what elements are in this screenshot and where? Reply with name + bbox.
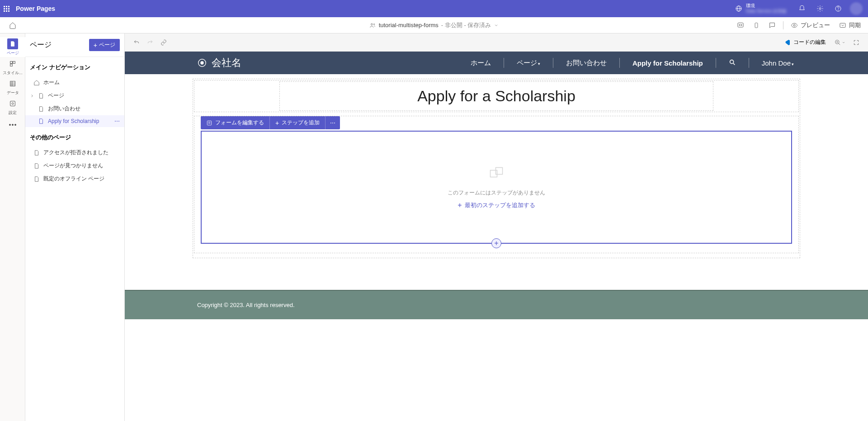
nav-pages[interactable]: ページ▾: [515, 59, 542, 67]
logo-icon: [197, 58, 207, 68]
rail-style[interactable]: スタイル...: [0, 57, 25, 77]
link-button[interactable]: [157, 36, 170, 49]
redo-button[interactable]: [144, 36, 156, 49]
svg-rect-13: [840, 23, 845, 27]
form-empty-text: このフォームにはステップがありません: [448, 189, 545, 197]
help-button[interactable]: [830, 0, 846, 17]
private-icon: [370, 22, 376, 28]
notifications-button[interactable]: [794, 0, 810, 17]
page-heading: Apply for a Scholarship: [285, 87, 708, 105]
add-first-step-link[interactable]: + 最初のステップを追加する: [458, 201, 535, 209]
svg-point-7: [373, 24, 374, 24]
other-pages-section-title: その他のページ: [25, 127, 124, 146]
site-footer: Copyright © 2023. All rights reserved.: [125, 290, 868, 319]
svg-point-32: [730, 60, 733, 63]
vscode-icon: [783, 39, 791, 46]
add-section-button[interactable]: +: [491, 238, 501, 248]
svg-point-3: [819, 8, 821, 9]
panel-title: ページ: [30, 40, 52, 50]
tree-item-access-denied[interactable]: アクセスが拒否されました: [25, 146, 124, 159]
undo-button[interactable]: [130, 36, 143, 49]
rail-more[interactable]: [0, 117, 25, 133]
nav-home[interactable]: ホーム: [469, 59, 493, 67]
add-page-button[interactable]: + ページ: [89, 39, 120, 51]
device-button[interactable]: [750, 20, 763, 31]
env-label: 環境: [746, 3, 787, 9]
main-nav-section-title: メイン ナビゲーション: [25, 57, 124, 76]
site-name: tutorial-multistep-forms: [379, 22, 439, 28]
tree-item-not-found[interactable]: ページが見つかりません: [25, 159, 124, 172]
multistep-form-placeholder: このフォームにはステップがありません + 最初のステップを追加する +: [201, 131, 792, 244]
nav-search[interactable]: [727, 59, 738, 67]
rail-data[interactable]: データ: [0, 77, 25, 97]
more-icon: [9, 124, 16, 126]
tree-item-apply[interactable]: Apply for Scholarship ⋯: [25, 115, 124, 127]
zoom-button[interactable]: [833, 38, 847, 47]
svg-point-10: [741, 24, 742, 25]
add-step-button[interactable]: + ステップを追加: [270, 116, 326, 129]
tree-item-contact[interactable]: お問い合わせ: [25, 102, 124, 115]
preview-button[interactable]: プレビュー: [787, 19, 834, 31]
svg-point-24: [12, 124, 14, 126]
tree-item-offline[interactable]: 既定のオフライン ページ: [25, 172, 124, 185]
chevron-right-icon: [30, 94, 34, 98]
globe-icon: [735, 5, 742, 12]
environment-block[interactable]: 環境 Data Service 試用版: [730, 3, 792, 14]
form-more-button[interactable]: ⋯: [326, 116, 340, 129]
tree-item-pages[interactable]: ページ: [25, 89, 124, 102]
svg-point-6: [371, 23, 373, 24]
page-icon: [38, 93, 44, 99]
svg-point-5: [838, 10, 839, 10]
site-nav: 会社名 ホーム ページ▾ お問い合わせ Apply for Scholarshi…: [125, 52, 868, 74]
svg-rect-16: [10, 64, 13, 66]
nav-contact[interactable]: お問い合わせ: [564, 59, 609, 67]
nav-user[interactable]: John Doe▾: [760, 59, 796, 67]
site-logo[interactable]: 会社名: [197, 56, 241, 70]
site-status: - 非公開 - 保存済み: [441, 21, 491, 29]
settings-button[interactable]: [812, 0, 828, 17]
style-icon: [9, 60, 16, 67]
svg-point-9: [739, 24, 740, 25]
svg-rect-15: [13, 61, 15, 63]
chevron-down-icon[interactable]: [494, 23, 498, 28]
rail-pages[interactable]: ページ: [0, 37, 25, 57]
svg-rect-8: [738, 23, 743, 27]
home-button[interactable]: [4, 22, 22, 29]
svg-rect-14: [10, 61, 13, 63]
rail-settings[interactable]: 設定: [0, 97, 25, 117]
search-icon: [729, 59, 736, 66]
svg-point-12: [793, 24, 795, 26]
sync-button[interactable]: 同期: [835, 19, 864, 31]
page-icon: [33, 176, 40, 182]
page-icon: [38, 106, 44, 112]
svg-rect-21: [10, 101, 15, 106]
settings-icon: [9, 100, 16, 107]
page-icon: [9, 41, 16, 47]
svg-line-27: [839, 43, 840, 45]
svg-rect-11: [755, 23, 758, 28]
app-title: Power Pages: [16, 5, 55, 12]
data-icon: [9, 80, 16, 87]
page-icon: [33, 150, 40, 156]
app-launcher-icon[interactable]: [4, 6, 9, 12]
empty-form-icon: [488, 166, 505, 184]
edit-code-button[interactable]: コードの編集: [779, 36, 830, 48]
env-name: Data Service 試用版: [746, 9, 787, 14]
svg-point-23: [9, 124, 11, 126]
svg-point-25: [15, 124, 16, 126]
item-more-button[interactable]: ⋯: [114, 118, 120, 124]
edit-form-button[interactable]: フォームを編集する: [201, 116, 270, 129]
form-toolbar: フォームを編集する + ステップを追加 ⋯: [201, 116, 340, 129]
fullscreen-button[interactable]: [850, 36, 863, 49]
feedback-button[interactable]: [765, 20, 779, 31]
svg-rect-17: [10, 81, 15, 86]
nav-apply[interactable]: Apply for Scholarship: [631, 59, 705, 67]
tree-item-home[interactable]: ホーム: [25, 76, 124, 89]
user-avatar[interactable]: [850, 2, 863, 15]
svg-point-22: [12, 103, 14, 104]
copilot-button[interactable]: [733, 20, 748, 31]
svg-rect-34: [207, 121, 211, 125]
page-icon: [33, 163, 40, 169]
home-icon: [33, 80, 40, 86]
svg-point-31: [200, 61, 203, 64]
